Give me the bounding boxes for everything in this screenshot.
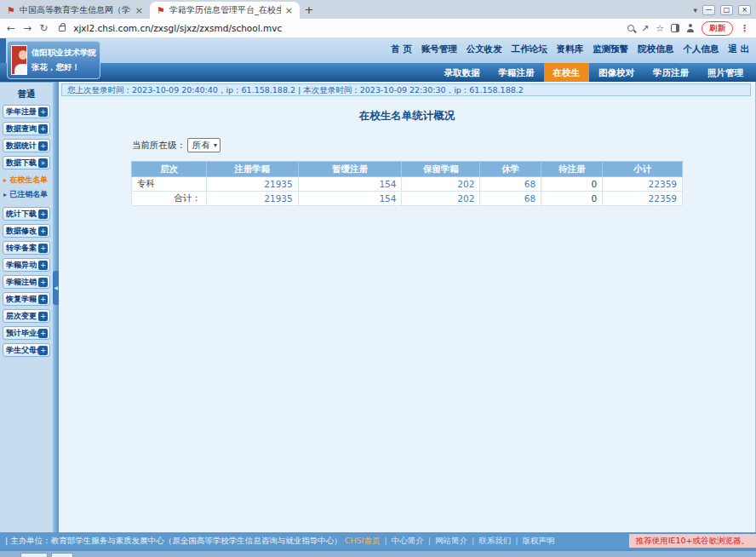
table-total-row: 合计： 21935 154 202 68 0 22359 xyxy=(132,192,683,206)
col-subtotal: 小计 xyxy=(603,162,683,177)
window-maximize-button[interactable]: □ xyxy=(720,5,733,15)
nav-logout[interactable]: 退 出 xyxy=(728,43,749,55)
lock-icon xyxy=(59,26,66,32)
col-deferred: 暂缓注册 xyxy=(298,162,402,177)
expand-icon: + xyxy=(38,244,48,253)
page-title: 在校生名单统计概况 xyxy=(59,109,755,123)
browser-tab-inactive[interactable]: ⚑ 中国高等教育学生信息网（学信 × xyxy=(0,2,150,19)
share-icon[interactable]: ↗ xyxy=(641,23,649,34)
filter-label: 当前所在级： xyxy=(132,140,186,152)
tab-current-students[interactable]: 在校生 xyxy=(544,63,590,82)
col-registered: 注册学籍 xyxy=(206,162,298,177)
sidebar-item-transfer-filing[interactable]: 转学备案 + xyxy=(3,241,50,255)
sidebar: 普通 学年注册 + 数据查询 + 数据统计 + 数据下载 » ▸ 在校生名单 ▸… xyxy=(0,82,53,532)
tab-close-icon[interactable]: × xyxy=(285,5,293,16)
footer-link-chsi-home[interactable]: CHSI首页 xyxy=(345,536,381,545)
cutoff-control xyxy=(20,553,48,557)
url-text[interactable]: xjxl2.chsi.com.cn/zxsgl/sjxz/zxsmd/schoo… xyxy=(73,23,620,33)
cell-deferred[interactable]: 154 xyxy=(298,177,402,192)
cell-registered-total[interactable]: 21935 xyxy=(206,192,298,206)
cell-registered[interactable]: 21935 xyxy=(206,177,298,192)
sidebar-item-current-students-list[interactable]: ▸ 在校生名单 xyxy=(3,175,51,186)
nav-documents[interactable]: 公文收发 xyxy=(467,43,502,55)
cell-retained-total[interactable]: 202 xyxy=(402,192,480,206)
cell-deferred-total[interactable]: 154 xyxy=(298,192,402,206)
tab-degree-registration[interactable]: 学历注册 xyxy=(644,63,698,82)
sidebar-item-stats-download[interactable]: 统计下载 + xyxy=(3,207,50,221)
sidebar-item-data-statistics[interactable]: 数据统计 + xyxy=(3,139,50,152)
nav-school-info[interactable]: 院校信息 xyxy=(638,43,673,55)
school-name: 信阳职业技术学院 xyxy=(32,46,96,60)
sidebar-collapse-handle[interactable]: ◀ xyxy=(53,271,59,305)
cell-subtotal-total[interactable]: 22359 xyxy=(603,192,683,206)
cell-suspended[interactable]: 68 xyxy=(480,177,541,192)
col-level: 层次 xyxy=(132,162,207,177)
chevron-down-icon: ▾ xyxy=(214,141,217,149)
site-logo-icon: ⚑ xyxy=(7,5,15,16)
footer-link-center-intro[interactable]: 中心简介 xyxy=(392,536,424,545)
window-close-button[interactable]: × xyxy=(738,5,751,15)
tab-status-registration[interactable]: 学籍注册 xyxy=(490,63,544,82)
tab-title: 中国高等教育学生信息网（学信 xyxy=(20,4,131,16)
sidebar-item-year-registration[interactable]: 学年注册 + xyxy=(3,105,50,118)
sidebar-item-data-download[interactable]: 数据下载 » xyxy=(3,156,50,169)
nav-forum[interactable]: 工作论坛 xyxy=(512,43,547,55)
profile-icon[interactable] xyxy=(686,24,695,32)
greeting-text: 张花，您好！ xyxy=(32,60,96,74)
bookmark-star-icon[interactable]: ☆ xyxy=(656,23,664,34)
footer: | 主办单位：教育部学生服务与素质发展中心（原全国高等学校学生信息咨询与就业指导… xyxy=(0,532,756,549)
nav-account[interactable]: 账号管理 xyxy=(421,43,457,55)
side-panel-icon[interactable] xyxy=(671,24,679,32)
sidebar-item-parent-info[interactable]: 学生父母信息 + xyxy=(3,343,50,357)
chevron-down-icon[interactable]: ▾ xyxy=(693,6,697,14)
window-minimize-button[interactable]: — xyxy=(702,5,715,15)
browser-menu-icon[interactable]: ⋮ xyxy=(740,23,749,34)
sidebar-splitter[interactable]: ◀ xyxy=(53,82,59,532)
col-retained: 保留学籍 xyxy=(402,162,480,177)
footer-link-site-intro[interactable]: 网站简介 xyxy=(435,536,467,545)
forward-icon[interactable]: → xyxy=(23,22,32,34)
expand-icon: + xyxy=(38,346,48,355)
expand-icon: + xyxy=(38,124,48,134)
sidebar-item-level-change[interactable]: 层次变更 + xyxy=(3,309,50,323)
cell-suspended-total[interactable]: 68 xyxy=(480,192,541,206)
new-tab-button[interactable]: + xyxy=(300,2,318,19)
nav-personal-info[interactable]: 个人信息 xyxy=(683,43,719,55)
refresh-extension-button[interactable]: 刷新 xyxy=(702,21,733,36)
arrow-left-icon: ◀ xyxy=(54,284,58,290)
cell-total-label: 合计： xyxy=(132,192,207,206)
arrow-right-icon: ▸ xyxy=(3,176,7,184)
sidebar-item-data-query[interactable]: 数据查询 + xyxy=(3,122,50,135)
sidebar-item-data-edit[interactable]: 数据修改 + xyxy=(3,224,50,238)
nav-library[interactable]: 资料库 xyxy=(557,43,584,55)
footer-link-copyright[interactable]: 版权声明 xyxy=(522,536,554,545)
browser-tab-active[interactable]: ⚑ 学籍学历信息管理平台_在校生 × xyxy=(150,2,300,19)
sidebar-title: 普通 xyxy=(0,89,53,100)
expand-icon: + xyxy=(38,329,48,338)
back-icon[interactable]: ← xyxy=(7,22,15,34)
tab-close-icon[interactable]: × xyxy=(135,5,143,16)
reload-icon[interactable]: ↻ xyxy=(39,22,48,34)
tab-admission-data[interactable]: 录取数据 xyxy=(435,63,490,82)
grade-select-value: 所有 xyxy=(192,140,210,152)
expand-icon: + xyxy=(38,312,48,321)
avatar xyxy=(11,45,27,75)
arrow-right-icon: ▸ xyxy=(3,191,7,198)
nav-home[interactable]: 首 页 xyxy=(391,43,412,55)
cell-subtotal[interactable]: 22359 xyxy=(603,177,683,192)
sidebar-item-status-cancel[interactable]: 学籍注销 + xyxy=(3,275,50,289)
statistics-table: 层次 注册学籍 暂缓注册 保留学籍 休学 待注册 小计 专科 21935 154… xyxy=(131,161,683,206)
tab-image-proofing[interactable]: 图像校对 xyxy=(589,63,644,82)
grade-select[interactable]: 所有 ▾ xyxy=(187,138,220,152)
search-zoom-icon[interactable] xyxy=(627,25,634,32)
sidebar-item-status-restore[interactable]: 恢复学籍 + xyxy=(3,292,50,306)
sidebar-item-cancelled-list[interactable]: ▸ 已注销名单 xyxy=(3,189,51,200)
sidebar-item-status-change[interactable]: 学籍异动 + xyxy=(3,258,50,272)
nav-monitoring[interactable]: 监测预警 xyxy=(593,43,628,55)
cell-retained[interactable]: 202 xyxy=(402,177,480,192)
footer-link-contact[interactable]: 联系我们 xyxy=(478,536,511,545)
sidebar-item-expected-graduates[interactable]: 预计毕业生 + xyxy=(3,326,50,340)
expand-icon: + xyxy=(38,107,48,117)
secondary-nav-bar: 录取数据 学籍注册 在校生 图像校对 学历注册 照片管理 xyxy=(0,63,756,82)
tab-photo-management[interactable]: 照片管理 xyxy=(698,63,753,82)
